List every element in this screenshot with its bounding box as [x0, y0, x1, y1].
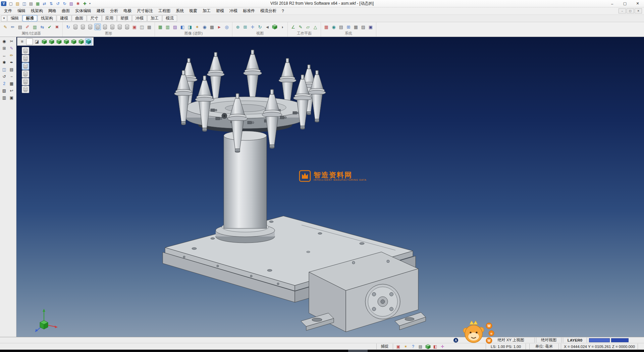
menu-item-7[interactable]: 建模: [94, 7, 107, 14]
menu-item-11[interactable]: 工程图: [156, 7, 173, 14]
tab-曲面[interactable]: 曲面: [72, 15, 87, 21]
menu-item-3[interactable]: 线架构: [28, 7, 46, 14]
solid-view-1-icon[interactable]: [72, 24, 79, 30]
undo-icon[interactable]: ↺: [55, 1, 61, 6]
menu-item-14[interactable]: 加工: [200, 7, 213, 14]
back-arrow-icon[interactable]: ↩: [8, 87, 15, 94]
tab-冲模[interactable]: 冲模: [132, 15, 147, 21]
menu-item-8[interactable]: 分析: [107, 7, 121, 14]
highlight-icon[interactable]: ✶: [194, 24, 201, 30]
new-file-icon[interactable]: ▢: [8, 1, 14, 6]
dimension-icon[interactable]: ↔: [1, 52, 8, 59]
menu-item-16[interactable]: 冲模: [227, 7, 240, 14]
solid-view-7-icon[interactable]: [116, 24, 123, 30]
solid-view-2-icon[interactable]: [79, 24, 86, 30]
close-button[interactable]: ✕: [631, 0, 644, 7]
view-cube-front-icon[interactable]: [56, 38, 62, 45]
globe-icon[interactable]: ◉: [330, 24, 337, 30]
menu-item-10[interactable]: 尺寸标注: [134, 7, 156, 14]
dynamic-view-1-icon[interactable]: [22, 47, 29, 54]
menu-item-13[interactable]: 视窗: [186, 7, 200, 14]
settings-icon[interactable]: ✱: [75, 1, 81, 6]
hatch-icon[interactable]: ▨: [360, 24, 367, 30]
previous-view-icon[interactable]: ◄: [264, 24, 271, 30]
filter-red-icon[interactable]: ✐: [24, 24, 31, 30]
pan-icon[interactable]: ✛: [249, 24, 256, 30]
display-settings-icon[interactable]: ▣: [395, 344, 401, 349]
3d-model[interactable]: [16, 37, 644, 337]
viewport[interactable]: ≡ ◪: [16, 37, 644, 337]
sketch-pen-icon[interactable]: ✎: [8, 45, 15, 52]
doc-close-button[interactable]: ✕: [635, 8, 642, 13]
workplane-align-icon[interactable]: ▱: [305, 24, 311, 30]
tab-线架构[interactable]: 线架构: [38, 15, 56, 21]
menu-item-2[interactable]: 编辑: [15, 7, 28, 14]
solid-view-8-icon[interactable]: [124, 24, 130, 30]
workplane-new-icon[interactable]: ∠: [290, 24, 297, 30]
menu-item-4[interactable]: 网格: [46, 7, 59, 14]
rotate-view-icon[interactable]: ↻: [257, 24, 263, 30]
tab-标准[interactable]: 标准: [22, 15, 37, 21]
observe-icon[interactable]: ◎: [223, 24, 230, 30]
screen-capture-icon[interactable]: ▨: [68, 1, 74, 6]
workplane-edit-icon[interactable]: ✎: [297, 24, 304, 30]
attribute-copy-icon[interactable]: ▤: [17, 24, 23, 30]
cube-red-icon[interactable]: ◧: [432, 344, 438, 349]
render-pair-icon[interactable]: ▥: [164, 24, 171, 30]
match-properties-icon[interactable]: ✔: [46, 24, 53, 30]
tab-模流[interactable]: 模流: [162, 15, 177, 21]
pencil-edit-icon[interactable]: ✏: [8, 52, 15, 59]
layer-manager-icon[interactable]: ▥: [32, 24, 38, 30]
menu-item-19[interactable]: ?: [279, 8, 287, 14]
dynamic-view-6-icon[interactable]: [22, 86, 29, 93]
cube-multi-icon[interactable]: [425, 344, 431, 349]
tab-加工[interactable]: 加工: [147, 15, 162, 21]
solid-view-3-icon[interactable]: [87, 24, 94, 30]
tab-尺寸[interactable]: 尺寸: [87, 15, 102, 21]
tool-holder[interactable]: [244, 50, 262, 104]
tool-star-icon[interactable]: ✱: [1, 59, 8, 66]
print-icon[interactable]: ▤: [28, 1, 34, 6]
hatch-tool-icon[interactable]: ▦: [8, 80, 15, 87]
view-cube-bottom-icon[interactable]: [78, 38, 85, 45]
play-animation-icon[interactable]: ►: [216, 24, 223, 30]
color-grid-icon[interactable]: ▦: [323, 24, 330, 30]
doc-restore-button[interactable]: ▢: [627, 8, 634, 13]
section-red-icon[interactable]: ▣: [131, 24, 138, 30]
save-local-icon[interactable]: ◫: [1, 66, 8, 73]
info-2-icon[interactable]: 2: [1, 80, 8, 87]
doc-minimize-button[interactable]: –: [619, 8, 626, 13]
menu-item-5[interactable]: 曲面: [59, 7, 72, 14]
import-icon[interactable]: ⇄: [41, 1, 48, 6]
mesh-view-icon[interactable]: ▩: [209, 24, 215, 30]
select-icon[interactable]: ◉: [1, 38, 8, 45]
solid-view-6-icon[interactable]: [109, 24, 116, 30]
copy-tool-icon[interactable]: ▣: [8, 94, 15, 101]
open-file-icon[interactable]: ▧: [14, 1, 21, 6]
add-icon[interactable]: ✚: [82, 1, 88, 6]
solid-view-active-icon[interactable]: [94, 24, 101, 30]
shade-half-right-icon[interactable]: ◨: [186, 24, 193, 30]
view-cube-back-icon[interactable]: [70, 38, 77, 45]
erase-attributes-icon[interactable]: ✖: [54, 24, 60, 30]
trim-icon[interactable]: ✂: [8, 38, 15, 45]
view-cube-side-icon[interactable]: [63, 38, 70, 45]
calculator-icon[interactable]: ▤: [338, 24, 344, 30]
axis-tool-icon[interactable]: ✛: [439, 344, 446, 349]
menu-item-6[interactable]: 实体编辑: [72, 7, 94, 14]
texture-icon[interactable]: ▨: [172, 24, 178, 30]
snap-settings-icon[interactable]: ⊞: [345, 24, 352, 30]
document-icon[interactable]: ▤: [8, 66, 15, 73]
tab-编辑[interactable]: 编辑: [7, 15, 22, 21]
vp-split-icon[interactable]: ◪: [34, 38, 40, 45]
minus-tool-icon[interactable]: −: [8, 73, 15, 80]
table-icon[interactable]: ▦: [353, 24, 359, 30]
export-icon[interactable]: ⇅: [48, 1, 54, 6]
save-icon[interactable]: ◫: [21, 1, 28, 6]
menu-item-9[interactable]: 电极: [121, 7, 134, 14]
menu-item-12[interactable]: 系统: [173, 7, 186, 14]
view-cube-iso-icon[interactable]: [41, 38, 48, 45]
menu-item-18[interactable]: 模流分析: [258, 7, 279, 14]
print-status-icon[interactable]: ▤: [417, 344, 424, 349]
quick-tool-icon[interactable]: ✶: [402, 344, 409, 349]
